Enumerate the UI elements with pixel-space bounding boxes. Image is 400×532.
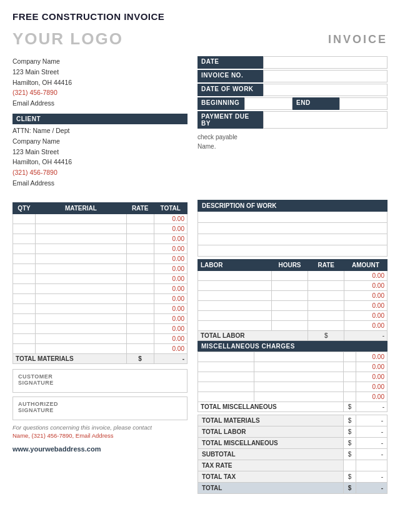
mat-rate[interactable] [126,333,154,343]
mat-rate[interactable] [126,303,154,313]
labor-hours[interactable] [271,310,308,320]
mat-rate[interactable] [126,343,154,353]
desc-cell[interactable] [198,234,388,245]
mat-total: 0.00 [154,273,188,283]
mat-material[interactable] [35,273,126,283]
labor-name[interactable] [198,320,272,330]
summary-label: TAX RATE [198,460,344,471]
labor-name[interactable] [198,300,272,310]
misc-detail[interactable] [254,382,344,392]
mat-rate[interactable] [126,273,154,283]
mat-material[interactable] [35,333,126,343]
misc-detail[interactable] [254,372,344,382]
mat-rate[interactable] [126,254,154,264]
mat-material[interactable] [35,343,126,353]
mat-qty[interactable] [13,283,36,293]
misc-row: 0.00 [198,392,388,401]
labor-hours[interactable] [271,270,308,280]
labor-rate[interactable] [308,300,344,310]
mat-qty[interactable] [13,313,36,323]
summary-label: TOTAL MISCELLANEOUS [198,437,344,448]
desc-row [198,222,388,234]
misc-detail[interactable] [254,352,344,362]
mat-qty[interactable] [13,323,36,333]
mat-material[interactable] [35,244,126,254]
labor-rate[interactable] [308,320,344,330]
mat-rate[interactable] [126,293,154,303]
labor-name[interactable] [198,270,272,280]
mat-qty[interactable] [13,214,36,224]
materials-row: 0.00 [13,264,188,273]
beginning-value[interactable] [244,97,292,110]
logo: YOUR LOGO [12,29,123,49]
labor-rate[interactable] [308,310,344,320]
mat-material[interactable] [35,234,126,244]
mat-material[interactable] [35,303,126,313]
date-value[interactable] [263,56,388,69]
misc-desc[interactable] [198,382,254,392]
mat-qty[interactable] [13,224,36,234]
date-of-work-value[interactable] [263,84,388,96]
mat-qty[interactable] [13,343,36,353]
end-value[interactable] [339,97,388,110]
misc-detail[interactable] [254,362,344,372]
mat-rate[interactable] [126,313,154,323]
contractor-address: Company Name 123 Main Street Hamilton, O… [12,56,188,109]
mat-material[interactable] [35,313,126,323]
beginning-label: BEGINNING [198,97,244,110]
mat-material[interactable] [35,214,126,224]
labor-table: LABOR HOURS RATE AMOUNT 0.00 0.00 0.00 [198,259,388,341]
mat-material[interactable] [35,254,126,264]
labor-hours[interactable] [271,300,308,310]
mat-col-qty: QTY [13,202,36,214]
mat-rate[interactable] [126,244,154,254]
desc-cell[interactable] [198,222,388,234]
misc-desc[interactable] [198,392,254,401]
invoice-no-value[interactable] [263,70,388,82]
mat-rate[interactable] [126,234,154,244]
mat-qty[interactable] [13,293,36,303]
labor-hours[interactable] [271,290,308,300]
labor-rate[interactable] [308,290,344,300]
mat-material[interactable] [35,323,126,333]
misc-desc[interactable] [198,372,254,382]
mat-qty[interactable] [13,333,36,343]
misc-row: 0.00 [198,372,388,382]
mat-total: 0.00 [154,224,188,234]
mat-qty[interactable] [13,303,36,313]
total-misc-dollar: $ [344,401,356,411]
desc-row [198,211,388,222]
desc-cell[interactable] [198,211,388,222]
mat-rate[interactable] [126,283,154,293]
labor-name[interactable] [198,280,272,290]
desc-header: DESCRIPTION OF WORK [198,200,388,211]
mat-rate[interactable] [126,323,154,333]
mat-rate[interactable] [126,264,154,273]
mat-rate[interactable] [126,214,154,224]
misc-desc[interactable] [198,362,254,372]
mat-qty[interactable] [13,273,36,283]
labor-hours[interactable] [271,280,308,290]
labor-hours[interactable] [271,320,308,330]
labor-amount: 0.00 [344,310,387,320]
labor-name[interactable] [198,290,272,300]
summary-dollar: $ [344,471,356,482]
mat-material[interactable] [35,283,126,293]
labor-name[interactable] [198,310,272,320]
payment-due-value[interactable] [263,111,388,129]
invoice-no-label: INVOICE NO. [198,70,263,82]
mat-qty[interactable] [13,234,36,244]
mat-material[interactable] [35,264,126,273]
desc-cell[interactable] [198,245,388,256]
mat-rate[interactable] [126,224,154,234]
mat-qty[interactable] [13,254,36,264]
labor-rate[interactable] [308,270,344,280]
mat-qty[interactable] [13,264,36,273]
mat-qty[interactable] [13,244,36,254]
mat-material[interactable] [35,293,126,303]
labor-rate[interactable] [308,280,344,290]
summary-value: - [356,437,388,448]
misc-detail[interactable] [254,392,344,401]
mat-material[interactable] [35,224,126,234]
misc-desc[interactable] [198,352,254,362]
